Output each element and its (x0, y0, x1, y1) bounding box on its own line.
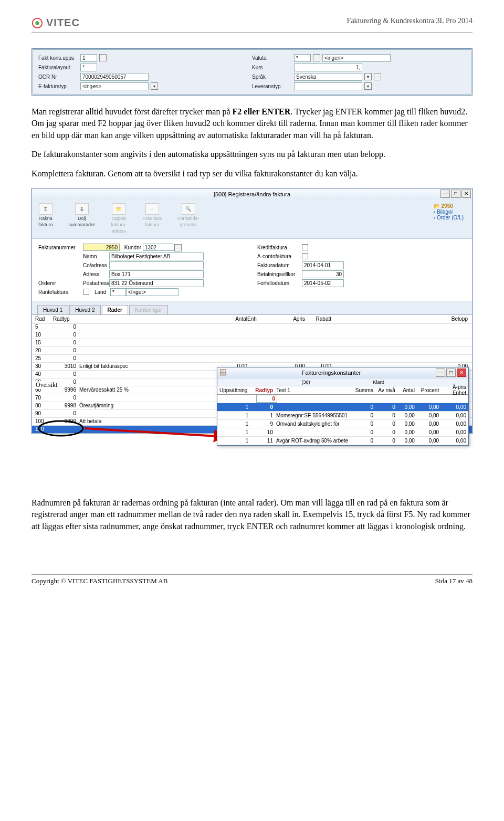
toolbar-right-links: 📂 2950 › Bilagor › Order (O/L) (434, 203, 464, 220)
list-item[interactable]: 11Momsregnr:SE 556449955501000,000,000,0… (217, 412, 468, 420)
field-postadress[interactable]: 831 22 Östersund (109, 279, 204, 287)
popup-faktureringskonstanter: 🪟 Faktureringskonstanter — □ ✕ (36)Klart… (217, 367, 469, 446)
selector-icon[interactable]: ⋯ (174, 244, 182, 251)
field-efakturatyp[interactable]: <ingen> (80, 82, 149, 90)
field-valuta[interactable]: * (294, 54, 311, 62)
field-fakturadatum[interactable]: 2014-04-01 (302, 261, 344, 269)
table-row[interactable]: 100 (32, 331, 472, 339)
list-item[interactable]: 10000,000,000,00 (217, 403, 468, 412)
selector-icon[interactable]: ⋯ (374, 73, 381, 80)
maximize-icon[interactable]: □ (446, 369, 456, 377)
app-window: [500] Registrera/ändra faktura — □ ✕ ΣRä… (32, 188, 472, 434)
toolbar-oppna-fakturaadress: 📁Öppnafaktura-adress (111, 203, 127, 234)
page-header: VITEC Fakturering & Kundreskontra 3L Pro… (32, 17, 472, 33)
dropdown-icon[interactable]: ▾ (364, 82, 372, 90)
body-text-2: Radnumren på fakturan är radernas ordnin… (32, 497, 472, 532)
popup-status: (36)Klart! (217, 378, 468, 386)
tab-konteringar: Konteringar (129, 305, 168, 314)
field-adress[interactable]: Box 171 (109, 270, 204, 278)
paragraph-4: Radnumren på fakturan är radernas ordnin… (32, 497, 472, 532)
label-ocr-nr: OCR Nr (38, 74, 80, 80)
dropdown-icon[interactable]: ▾ (151, 82, 158, 90)
list-item[interactable]: 19Omvänd skattskyldighet för000,000,000,… (217, 420, 468, 428)
doc-title: Fakturering & Kundreskontra 3L Pro 2014 (347, 17, 472, 25)
close-icon[interactable]: ✕ (457, 369, 466, 377)
svg-point-2 (39, 421, 83, 436)
window-icon: 🪟 (219, 369, 227, 376)
overlay-oversikt: Översikt (34, 381, 59, 389)
settings-panel: Fakt kons.upps1⋯ Fakturalayout* OCR Nr70… (32, 48, 472, 96)
paragraph-2: De fakturakonstanter som angivits i den … (32, 149, 472, 160)
table-row[interactable]: 50 (32, 323, 472, 331)
field-betalningsvillkor[interactable]: 30 (302, 270, 344, 278)
toolbar: ΣRäknafaktura Σ̶Döljsummarader 📁Öppnafak… (32, 200, 472, 238)
field-kundnr[interactable]: 1302 (143, 244, 174, 251)
toolbar-forhandsgranska: 🔍Förhands-granska (177, 203, 199, 234)
field-namn[interactable]: Bilbolaget Fastigheter AB (109, 252, 204, 260)
popup-title-text: Faktureringskonstanter (227, 370, 436, 376)
field-co[interactable] (109, 261, 204, 269)
field-fakturalayout[interactable]: * (80, 64, 97, 71)
label-fakt-kons-upps: Fakt kons.upps (38, 55, 80, 61)
selector-icon[interactable]: ⋯ (313, 54, 320, 61)
field-forfallodatum[interactable]: 2014-05-02 (302, 279, 344, 287)
label-efakturatyp: E-fakturatyp (38, 83, 80, 89)
logo: VITEC (32, 17, 80, 29)
toolbar-kreditera-faktura: −Krediterafaktura (143, 203, 162, 234)
footer-page: Sida 17 av 48 (435, 577, 472, 585)
grid-header: Rad Radtyp Antal Enh Apris Rabatt Belopp (32, 315, 472, 323)
paragraph-1: Man registrerar alltid huvudet först där… (32, 106, 472, 141)
selector-icon[interactable]: ⋯ (99, 54, 107, 61)
toolbar-dolj-summarader[interactable]: Σ̶Döljsummarader (69, 203, 96, 234)
page-footer: Copyright © VITEC FASTIGHETSSYSTEM AB Si… (32, 574, 472, 585)
tabs: Huvud 1 Huvud 2 Rader Konteringar (32, 304, 472, 314)
list-item[interactable]: 110000,000,000,00 (217, 428, 468, 437)
field-fakturanummer[interactable]: 2950 (83, 244, 120, 251)
table-row[interactable]: 200 (32, 347, 472, 355)
checkbox-rantefaktura[interactable] (83, 289, 89, 295)
tab-huvud2[interactable]: Huvud 2 (69, 305, 100, 314)
checkbox-kreditfaktura[interactable] (302, 244, 308, 250)
footer-copyright: Copyright © VITEC FASTIGHETSSYSTEM AB (32, 577, 167, 585)
tab-rader[interactable]: Rader (102, 305, 128, 315)
minimize-icon[interactable]: — (436, 369, 445, 377)
app-title-text: [500] Registrera/ändra faktura (214, 191, 290, 197)
body-text: Man registrerar alltid huvudet först där… (32, 106, 472, 180)
minimize-icon[interactable]: — (440, 190, 450, 198)
popup-input-row: 0 (217, 395, 468, 403)
label-kurs: Kurs (252, 65, 294, 70)
field-ocr-nr[interactable]: 700002949050057 (80, 73, 149, 81)
field-fakt-kons-upps[interactable]: 1 (80, 54, 97, 62)
close-icon[interactable]: ✕ (461, 190, 471, 198)
svg-line-3 (85, 428, 226, 437)
annotation-arrow (37, 419, 237, 450)
popup-radtyp-input[interactable]: 0 (256, 395, 277, 403)
paragraph-3: Komplettera fakturan. Genom att ta övers… (32, 168, 472, 180)
popup-header: Uppsättning Radtyp Text 1 Summa Av nivå … (217, 386, 468, 395)
logo-icon (32, 17, 43, 29)
label-valuta: Valuta (252, 55, 294, 61)
label-fakturalayout: Fakturalayout (38, 65, 80, 70)
dropdown-icon[interactable]: ▾ (364, 73, 372, 80)
label-sprak: Språk (252, 74, 294, 80)
table-row[interactable]: 150 (32, 339, 472, 347)
field-sprak[interactable]: Svenska (294, 73, 362, 81)
field-leveranstyp[interactable] (294, 82, 362, 90)
maximize-icon[interactable]: □ (451, 190, 460, 198)
app-titlebar: [500] Registrera/ändra faktura — □ ✕ (32, 188, 472, 200)
toolbar-rakna-faktura[interactable]: ΣRäknafaktura (38, 203, 53, 234)
field-land[interactable]: * (110, 288, 126, 296)
details-pane: Fakturanummer2950 Kundnr 1302⋯ NamnBilbo… (32, 238, 472, 301)
logo-text: VITEC (46, 17, 80, 29)
field-valuta-name: <ingen> (322, 54, 391, 62)
tab-huvud1[interactable]: Huvud 1 (37, 305, 68, 314)
link-order[interactable]: › Order (O/L) (434, 215, 464, 220)
folder-icon: 📂 (434, 203, 440, 209)
list-item[interactable]: 111Avgår ROT-avdrag 50% arbete000,000,00… (217, 437, 468, 445)
link-bilagor[interactable]: › Bilagor (434, 209, 464, 215)
svg-point-1 (35, 21, 39, 25)
checkbox-acontofaktura[interactable] (302, 253, 308, 259)
label-leveranstyp: Leveranstyp (252, 83, 294, 89)
field-kurs[interactable]: 1, (294, 64, 362, 71)
table-row[interactable]: 250 (32, 355, 472, 363)
